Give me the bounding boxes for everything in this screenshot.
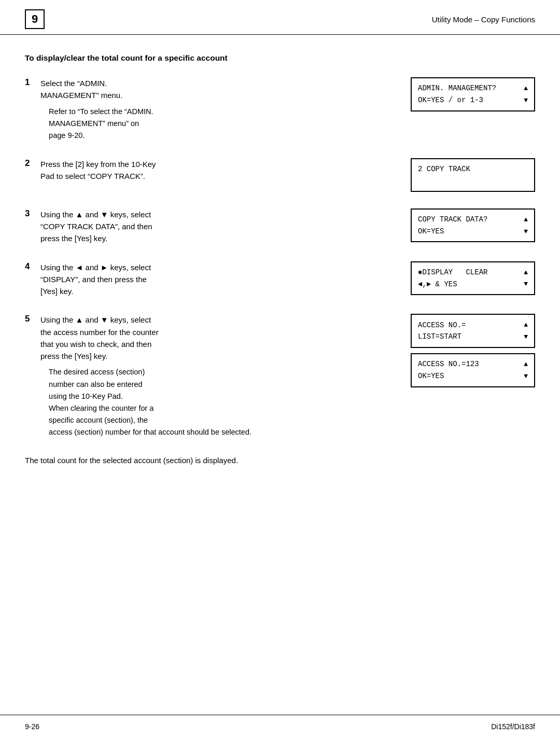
step-2-number: 2 <box>25 158 40 169</box>
lcd-3-1-line2: OK=YES <box>418 226 444 237</box>
section-title: To display/clear the total count for a s… <box>25 53 535 63</box>
page-header: 9 Utility Mode – Copy Functions <box>0 0 560 35</box>
lcd-3-1-arrow1 <box>524 214 528 226</box>
lcd-1-1-line1: ADMIN. MANAGEMENT? <box>418 82 496 94</box>
lcd-2-1-line2 <box>418 175 422 186</box>
page-footer: 9-26 Di152f/Di183f <box>0 715 560 738</box>
step-4-displays: ✱DISPLAY CLEAR ◄,► & YES <box>411 261 535 296</box>
lcd-4-1: ✱DISPLAY CLEAR ◄,► & YES <box>411 261 535 296</box>
header-left: 9 <box>25 9 45 29</box>
step-1-text: Select the “ADMIN.MANAGEMENT” menu. <box>40 77 411 102</box>
lcd-5-2-line1: ACCESS NO.=123 <box>418 358 479 370</box>
lcd-5-1-line1: ACCESS NO.= <box>418 319 466 331</box>
chapter-number: 9 <box>25 9 45 29</box>
lcd-3-1-arrow2 <box>524 226 528 238</box>
step-5-displays: ACCESS NO.= LIST=START ACCESS NO.=123 OK… <box>411 314 535 387</box>
lcd-1-1-arrow1 <box>524 82 528 94</box>
lcd-5-2: ACCESS NO.=123 OK=YES <box>411 353 535 387</box>
lcd-3-1-line1: COPY TRACK DATA? <box>418 214 487 225</box>
lcd-2-1: 2 COPY TRACK <box>411 158 535 192</box>
lcd-5-1-line2: LIST=START <box>418 331 461 342</box>
step-5-number: 5 <box>25 314 40 324</box>
lcd-5-1-arrow2 <box>524 331 528 343</box>
step-3: 3 Using the ▲ and ▼ keys, select“COPY TR… <box>25 208 535 245</box>
header-title: Utility Mode – Copy Functions <box>432 15 535 24</box>
lcd-1-1-line2: OK=YES / or 1-3 <box>418 94 483 106</box>
lcd-4-1-line2: ◄,► & YES <box>418 279 457 290</box>
lcd-4-1-arrow1 <box>524 267 528 279</box>
step-4-number: 4 <box>25 261 40 272</box>
step-1-number: 1 <box>25 77 40 88</box>
lcd-5-2-arrow2 <box>524 370 528 382</box>
lcd-5-2-arrow1 <box>524 358 528 370</box>
step-2-displays: 2 COPY TRACK <box>411 158 535 192</box>
step-2: 2 Press the [2] key from the 10-KeyPad t… <box>25 158 535 192</box>
lcd-3-1: COPY TRACK DATA? OK=YES <box>411 208 535 243</box>
step-5: 5 Using the ▲ and ▼ keys, selectthe acce… <box>25 314 535 438</box>
step-3-text: Using the ▲ and ▼ keys, select“COPY TRAC… <box>40 208 411 245</box>
step-3-displays: COPY TRACK DATA? OK=YES <box>411 208 535 243</box>
lcd-5-1: ACCESS NO.= LIST=START <box>411 314 535 348</box>
step-1-displays: ADMIN. MANAGEMENT? OK=YES / or 1-3 <box>411 77 535 112</box>
step-5-text: Using the ▲ and ▼ keys, selectthe access… <box>40 314 411 362</box>
lcd-1-1-arrow2 <box>524 94 528 106</box>
step-1-subtext: Refer to “To select the “ADMIN. MANAGEME… <box>40 106 411 142</box>
lcd-2-1-line1: 2 COPY TRACK <box>418 163 470 175</box>
lcd-1-1: ADMIN. MANAGEMENT? OK=YES / or 1-3 <box>411 77 535 112</box>
step-5-subtext: The desired access (section) number can … <box>40 366 411 438</box>
step-2-text: Press the [2] key from the 10-KeyPad to … <box>40 158 411 183</box>
lcd-4-1-line1: ✱DISPLAY CLEAR <box>418 267 487 278</box>
lcd-4-1-arrow2 <box>524 278 528 290</box>
page-content: To display/clear the total count for a s… <box>0 35 560 498</box>
lcd-5-2-line2: OK=YES <box>418 370 444 382</box>
step-3-number: 3 <box>25 208 40 219</box>
step-1: 1 Select the “ADMIN.MANAGEMENT” menu. Re… <box>25 77 535 142</box>
footer-note: The total count for the selected account… <box>25 455 535 467</box>
step-4-text: Using the ◄ and ► keys, select“DISPLAY”,… <box>40 261 411 298</box>
footer-model: Di152f/Di183f <box>491 722 535 731</box>
lcd-5-1-arrow1 <box>524 319 528 331</box>
step-4: 4 Using the ◄ and ► keys, select“DISPLAY… <box>25 261 535 298</box>
footer-page-number: 9-26 <box>25 722 39 731</box>
